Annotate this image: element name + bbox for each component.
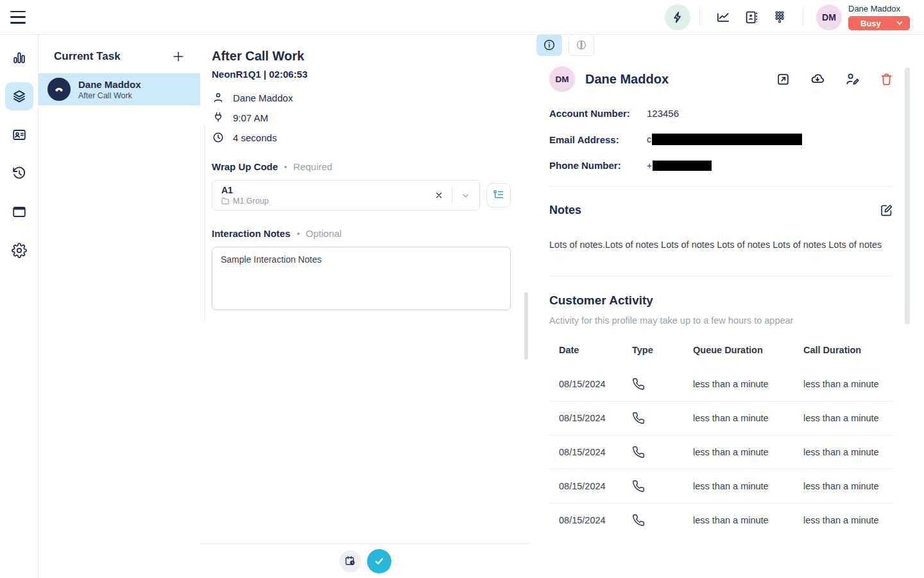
activity-call-duration: less than a minute xyxy=(803,435,894,469)
acw-title: After Call Work xyxy=(212,49,511,64)
user-initials: DM xyxy=(822,12,836,22)
wrap-up-code-select[interactable]: A1 M1 Group xyxy=(212,180,480,211)
activity-date: 08/15/2024 xyxy=(549,401,632,435)
wrap-up-code-label: Wrap Up Code xyxy=(212,161,278,172)
calendar-clock-icon xyxy=(344,555,356,567)
bar-chart-icon xyxy=(12,50,27,66)
delete-profile-button[interactable] xyxy=(879,72,894,87)
acw-scrollbar-thumb[interactable] xyxy=(524,292,528,360)
activity-table-body: 08/15/2024 less than a minute less than … xyxy=(549,367,894,537)
profile-header: DM Dane Maddox xyxy=(549,66,894,92)
panel-resizer[interactable] xyxy=(205,125,205,321)
tab-profile-insights[interactable] xyxy=(569,34,594,56)
add-task-button[interactable] xyxy=(171,49,186,64)
section-divider xyxy=(549,186,894,186)
acw-timer: 02:06:53 xyxy=(269,69,307,80)
topbar-actions: DM Dane Maddox Busy xyxy=(665,4,910,30)
profile-scrollbar-thumb[interactable] xyxy=(905,67,910,324)
open-dropdown-button[interactable] xyxy=(456,186,474,204)
topbar-divider xyxy=(699,9,700,26)
directory-button[interactable] xyxy=(742,8,761,27)
download-profile-button[interactable] xyxy=(810,71,825,87)
table-row[interactable]: 08/15/2024 less than a minute less than … xyxy=(549,401,894,435)
activity-call-duration: less than a minute xyxy=(803,469,894,504)
profile-fields: Account Number: 123456 Email Address: c … xyxy=(549,108,894,171)
quick-actions-button[interactable] xyxy=(665,4,690,30)
browser-window-icon xyxy=(12,204,27,220)
activity-call-duration: less than a minute xyxy=(803,367,894,401)
meta-start-time-row: 9:07 AM xyxy=(212,111,511,124)
task-avatar xyxy=(47,78,71,101)
call-type-phone-icon xyxy=(632,446,693,459)
interaction-notes-label-row: Interaction Notes Optional xyxy=(212,228,511,239)
edit-contact-icon xyxy=(844,71,860,87)
task-list-item[interactable]: Dane Maddox After Call Work xyxy=(38,73,200,105)
check-icon xyxy=(373,556,385,567)
hamburger-menu-button[interactable] xyxy=(10,11,27,24)
sidebar-item-tasks[interactable] xyxy=(5,82,33,110)
table-row[interactable]: 08/15/2024 less than a minute less than … xyxy=(549,504,894,538)
complete-task-button[interactable] xyxy=(367,549,391,574)
wrap-up-code-value: A1 xyxy=(221,185,430,195)
column-header-call-duration: Call Duration xyxy=(803,341,894,367)
sidebar-item-windows[interactable] xyxy=(5,198,33,226)
open-profile-external-button[interactable] xyxy=(776,72,791,87)
profile-name: Dane Maddox xyxy=(585,72,669,87)
flash-icon xyxy=(671,10,685,24)
table-row[interactable]: 08/15/2024 less than a minute less than … xyxy=(549,469,894,504)
edit-square-icon xyxy=(879,203,894,218)
table-row[interactable]: 08/15/2024 less than a minute less than … xyxy=(549,435,894,469)
dot-separator xyxy=(297,232,300,235)
wrap-up-group-row: M1 Group xyxy=(221,197,430,206)
profile-actions xyxy=(776,71,894,87)
schedule-callback-button[interactable] xyxy=(339,550,361,572)
section-divider xyxy=(549,276,894,277)
acw-meta-list: Dane Maddox 9:07 AM 4 seconds xyxy=(212,91,511,144)
wrap-up-group-name: M1 Group xyxy=(233,197,269,206)
meta-contact-name: Dane Maddox xyxy=(233,92,293,103)
browse-code-tree-button[interactable] xyxy=(486,183,511,207)
dialpad-icon xyxy=(772,10,787,25)
cloud-download-icon xyxy=(810,71,825,87)
sidebar-item-settings[interactable] xyxy=(5,236,33,265)
subtitle-separator: | xyxy=(264,69,266,80)
user-avatar[interactable]: DM xyxy=(816,4,842,30)
interaction-notes-input[interactable] xyxy=(212,247,511,310)
acw-subtitle: NeonR1Q1 | 02:06:53 xyxy=(212,69,511,80)
clear-selection-button[interactable] xyxy=(430,186,448,204)
clock-icon xyxy=(212,131,225,144)
activity-date: 08/15/2024 xyxy=(549,469,632,504)
line-chart-icon xyxy=(715,10,731,25)
dialpad-button[interactable] xyxy=(770,8,789,27)
phone-handset-icon xyxy=(53,83,65,96)
profile-tabs xyxy=(530,34,924,56)
tab-profile-info[interactable] xyxy=(536,34,562,56)
activity-queue-duration: less than a minute xyxy=(693,504,803,538)
contact-card-icon xyxy=(12,127,27,143)
edit-notes-button[interactable] xyxy=(879,203,894,218)
topbar-divider xyxy=(803,9,803,26)
analytics-button[interactable] xyxy=(714,8,733,27)
after-call-work-panel: After Call Work NeonR1Q1 | 02:06:53 Dane… xyxy=(200,35,530,578)
sidebar-item-contacts[interactable] xyxy=(5,121,33,149)
status-dropdown[interactable]: Busy xyxy=(848,16,910,30)
phone-number-row: Phone Number: + xyxy=(549,160,894,171)
topbar: DM Dane Maddox Busy xyxy=(0,0,924,35)
column-header-type: Type xyxy=(632,341,693,367)
table-row[interactable]: 08/15/2024 less than a minute less than … xyxy=(549,367,894,401)
edit-contact-button[interactable] xyxy=(844,71,860,87)
open-external-icon xyxy=(776,72,791,87)
activity-date: 08/15/2024 xyxy=(549,367,632,401)
meta-contact-row: Dane Maddox xyxy=(212,91,511,104)
user-block: Dane Maddox Busy xyxy=(848,4,910,30)
column-header-queue-duration: Queue Duration xyxy=(693,341,803,367)
sidebar-item-reports[interactable] xyxy=(5,44,33,72)
user-name: Dane Maddox xyxy=(848,4,910,13)
task-panel-title: Current Task xyxy=(54,50,121,63)
customer-profile-panel: DM Dane Maddox xyxy=(530,35,924,578)
chevron-down-icon xyxy=(461,191,470,200)
notes-header: Notes xyxy=(549,203,894,218)
queue-name: NeonR1Q1 xyxy=(212,69,261,80)
sidebar-item-history[interactable] xyxy=(5,159,33,188)
wrap-up-selected-value: A1 M1 Group xyxy=(221,185,430,206)
